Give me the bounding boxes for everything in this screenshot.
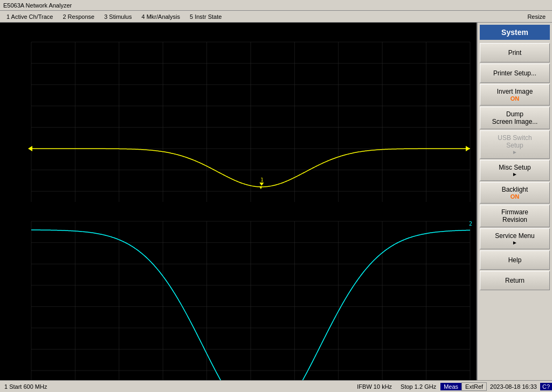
status-extref: ExtRef: [461, 382, 487, 391]
status-bar: 1 Start 600 MHz IFBW 10 kHz Stop 1.2 GHz…: [0, 380, 552, 392]
invert-image-button[interactable]: Invert Image ON: [480, 84, 550, 106]
status-stop: Stop 1.2 GHz: [396, 383, 440, 390]
resize-button[interactable]: Resize: [523, 12, 550, 21]
help-button[interactable]: Help: [480, 250, 550, 270]
sidebar-title: System: [480, 25, 550, 40]
menu-mkr[interactable]: 4 Mkr/Analysis: [137, 12, 184, 21]
menu-active-ch[interactable]: 1 Active Ch/Trace: [2, 12, 57, 21]
menu-instr[interactable]: 5 Instr State: [185, 12, 226, 21]
status-meas: Meas: [440, 383, 461, 390]
status-ifbw: IFBW 10 kHz: [353, 383, 396, 390]
main-content: Tr1 S11 Log Mag 10.00 dB/ Ref 0.000 dB […: [0, 23, 552, 380]
bottom-chart-canvas: [0, 202, 477, 381]
printer-setup-button[interactable]: Printer Setup...: [480, 64, 550, 83]
title-bar: E5063A Network Analyzer: [0, 0, 552, 11]
menu-stimulus[interactable]: 3 Stimulus: [100, 12, 136, 21]
app-title: E5063A Network Analyzer: [3, 2, 72, 9]
menu-response[interactable]: 2 Response: [58, 12, 99, 21]
dump-screen-button[interactable]: Dump Screen Image...: [480, 107, 550, 129]
menu-bar: 1 Active Ch/Trace 2 Response 3 Stimulus …: [0, 11, 552, 23]
chart-bottom: Tr2 S11 SWR 500.0 m/ Ref 1.000 [F2] >1 9…: [0, 202, 477, 381]
firmware-revision-button[interactable]: Firmware Revision: [480, 205, 550, 227]
status-warn: C?: [540, 383, 552, 390]
print-button[interactable]: Print: [480, 43, 550, 62]
usb-switch-setup-button[interactable]: USB Switch Setup ►: [480, 130, 550, 159]
service-menu-button[interactable]: Service Menu ►: [480, 228, 550, 249]
sidebar: System Print Printer Setup... Invert Ima…: [477, 23, 552, 380]
chart-area: Tr1 S11 Log Mag 10.00 dB/ Ref 0.000 dB […: [0, 23, 477, 380]
status-datetime: 2023-08-18 16:33: [487, 383, 540, 390]
return-button[interactable]: Return: [480, 271, 550, 290]
status-start: 1 Start 600 MHz: [0, 383, 353, 390]
chart-top: Tr1 S11 Log Mag 10.00 dB/ Ref 0.000 dB […: [0, 23, 477, 202]
backlight-button[interactable]: Backlight ON: [480, 182, 550, 204]
misc-setup-button[interactable]: Misc Setup ►: [480, 160, 550, 181]
